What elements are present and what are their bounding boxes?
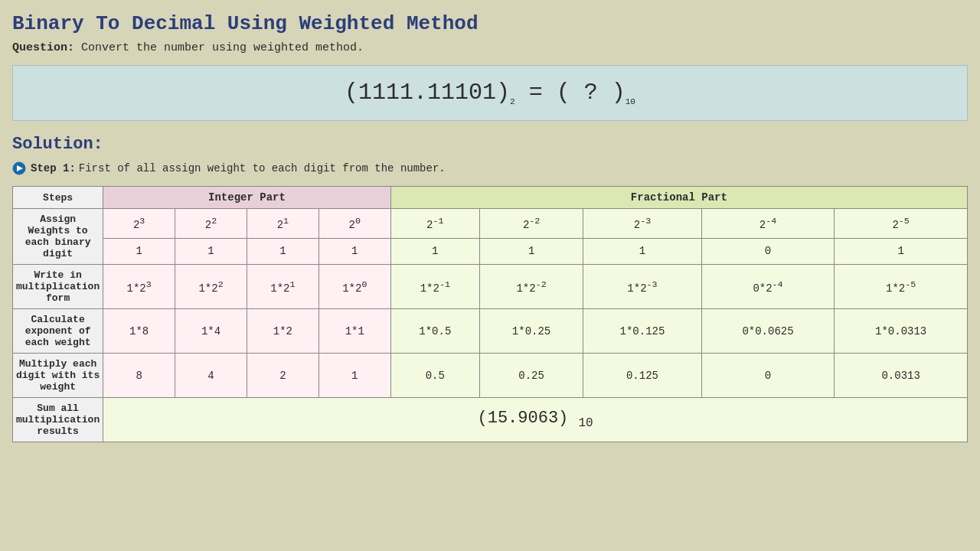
cell-frac-e4: 0*0.0625 [701,309,835,354]
col-header-integer: Integer Part [103,187,391,209]
row-label-product: Multiply eachdigit with itsweight [13,354,103,398]
cell-int-m3: 1*23 [103,265,175,309]
cell-int-d2: 1 [175,238,247,264]
row-label-sum: Sum allmultiplicationresults [13,398,103,442]
cell-int-e1: 1*2 [247,309,318,354]
cell-frac-e3: 1*0.125 [583,309,701,354]
question-text: Convert the number using weighted method… [81,41,364,54]
cell-frac-d3: 1 [583,238,701,264]
row-label-mult: Write inmultiplicationform [13,265,103,309]
cell-frac-wn4: 2-4 [701,209,835,239]
row-label-exp: Calculateexponent ofeach weight [13,309,103,354]
cell-int-p1: 2 [247,354,318,398]
solution-heading: Solution: [12,135,968,154]
table-row: Multiply eachdigit with itsweight 8 4 2 … [13,354,968,398]
row-label-assign: AssignWeights toeach binarydigit [13,209,103,265]
cell-int-w3: 23 [103,209,175,239]
cell-int-w0: 20 [318,209,390,239]
step1-label: Step 1: [31,162,76,174]
cell-frac-e1: 1*0.5 [390,309,479,354]
question-label: Question: [12,41,74,54]
step1-desc: First of all assign weight to each digit… [79,162,446,174]
cell-frac-m4: 0*2-4 [701,265,835,309]
cell-frac-wn1: 2-1 [390,209,479,239]
cell-int-d0: 1 [318,238,390,264]
cell-int-w2: 22 [175,209,247,239]
cell-frac-p1: 0.5 [390,354,479,398]
step1-line: Step 1: First of all assign weight to ea… [12,161,968,175]
cell-int-d1: 1 [247,238,318,264]
formula-box: (1111.11101)2 = ( ? )10 [12,65,968,121]
cell-int-m2: 1*22 [175,265,247,309]
cell-frac-p2: 0.25 [479,354,583,398]
cell-frac-wn2: 2-2 [479,209,583,239]
cell-sum-value: (15.9063) 10 [103,398,968,442]
table-row: Write inmultiplicationform 1*23 1*22 1*2… [13,265,968,309]
cell-int-m0: 1*20 [318,265,390,309]
cell-frac-p3: 0.125 [583,354,701,398]
question-line: Question: Convert the number using weigh… [12,41,968,54]
table-row: AssignWeights toeach binarydigit 23 22 2… [13,209,968,239]
cell-frac-e2: 1*0.25 [479,309,583,354]
col-header-steps: Steps [13,187,103,209]
cell-frac-m1: 1*2-1 [390,265,479,309]
cell-frac-p5: 0.0313 [835,354,968,398]
cell-int-e0: 1*1 [318,309,390,354]
cell-frac-wn3: 2-3 [583,209,701,239]
cell-frac-p4: 0 [701,354,835,398]
step1-icon [12,161,26,175]
table-row-sum: Sum allmultiplicationresults (15.9063) 1… [13,398,968,442]
cell-int-p2: 4 [175,354,247,398]
cell-int-m1: 1*21 [247,265,318,309]
cell-int-e3: 1*8 [103,309,175,354]
cell-frac-e5: 1*0.0313 [835,309,968,354]
cell-int-w1: 21 [247,209,318,239]
col-header-fractional: Fractional Part [390,187,967,209]
cell-frac-m5: 1*2-5 [835,265,968,309]
cell-int-e2: 1*4 [175,309,247,354]
table-row: Calculateexponent ofeach weight 1*8 1*4 … [13,309,968,354]
page-title: Binary To Decimal Using Weighted Method [12,12,968,35]
conversion-table: Steps Integer Part Fractional Part Assig… [12,186,968,442]
cell-frac-d4: 0 [701,238,835,264]
cell-frac-d5: 1 [835,238,968,264]
cell-int-p3: 8 [103,354,175,398]
cell-int-p0: 1 [318,354,390,398]
cell-int-d3: 1 [103,238,175,264]
cell-frac-m2: 1*2-2 [479,265,583,309]
cell-frac-wn5: 2-5 [835,209,968,239]
formula-expression: (1111.11101)2 = ( ? )10 [345,80,635,106]
cell-frac-m3: 1*2-3 [583,265,701,309]
table-row: 1 1 1 1 1 1 1 0 1 [13,238,968,264]
cell-frac-d1: 1 [390,238,479,264]
cell-frac-d2: 1 [479,238,583,264]
